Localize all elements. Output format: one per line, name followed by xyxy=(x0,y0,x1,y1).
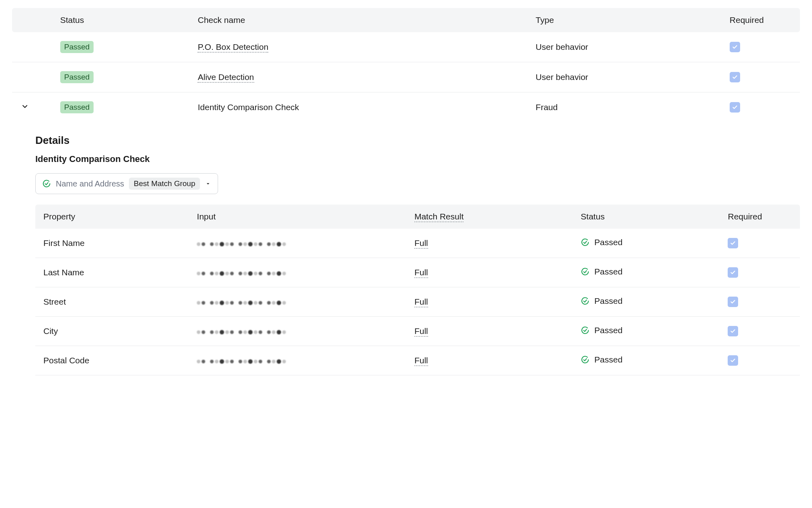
caret-down-icon xyxy=(205,180,211,187)
property-cell: First Name xyxy=(35,229,189,258)
table-row: Last NameFullPassed xyxy=(35,258,800,287)
input-cell-redacted xyxy=(189,346,406,375)
details-table: Property Input Match Result Status Requi… xyxy=(35,205,800,375)
status-text: Passed xyxy=(594,326,622,335)
input-cell-redacted xyxy=(189,287,406,317)
header-required: Required xyxy=(722,8,800,32)
input-cell-redacted xyxy=(189,258,406,287)
status-text: Passed xyxy=(594,355,622,365)
table-row[interactable]: Passed Alive Detection User behavior xyxy=(12,62,800,92)
status-badge: Passed xyxy=(60,101,94,113)
header-input: Input xyxy=(189,205,406,229)
details-table-header: Property Input Match Result Status Requi… xyxy=(35,205,800,229)
check-circle-icon xyxy=(581,297,590,305)
match-result-cell: Full xyxy=(406,287,573,317)
match-result-cell: Full xyxy=(406,346,573,375)
check-type: Fraud xyxy=(528,92,722,123)
required-cell xyxy=(720,287,800,317)
required-cell xyxy=(720,346,800,375)
status-cell: Passed xyxy=(573,317,720,346)
header-detail-required: Required xyxy=(720,205,800,229)
redacted-value xyxy=(197,328,286,336)
details-panel: Details Identity Comparison Check Name a… xyxy=(12,122,800,375)
check-circle-icon xyxy=(581,326,590,335)
check-icon xyxy=(732,74,738,80)
match-result-cell: Full xyxy=(406,258,573,287)
required-checkbox[interactable] xyxy=(730,72,740,82)
required-checkbox[interactable] xyxy=(728,297,738,307)
check-icon xyxy=(730,358,736,363)
required-checkbox[interactable] xyxy=(730,102,740,113)
status-text: Passed xyxy=(594,238,622,247)
check-circle-icon xyxy=(42,179,51,188)
redacted-value xyxy=(197,299,286,307)
status-text: Passed xyxy=(594,296,622,306)
check-icon xyxy=(730,240,736,246)
match-result-cell: Full xyxy=(406,317,573,346)
redacted-value xyxy=(197,357,286,365)
check-type: User behavior xyxy=(528,32,722,62)
required-checkbox[interactable] xyxy=(730,42,740,52)
table-row[interactable]: Passed P.O. Box Detection User behavior xyxy=(12,32,800,62)
check-name-link[interactable]: P.O. Box Detection xyxy=(198,42,268,53)
chevron-down-icon[interactable] xyxy=(20,102,30,111)
check-circle-icon xyxy=(581,355,590,364)
status-badge: Passed xyxy=(60,41,94,53)
property-cell: Street xyxy=(35,287,189,317)
check-icon xyxy=(732,104,738,110)
check-icon xyxy=(730,270,736,275)
check-icon xyxy=(730,328,736,334)
redacted-value xyxy=(197,269,286,277)
header-type: Type xyxy=(528,8,722,32)
table-row[interactable]: Passed Identity Comparison Check Fraud xyxy=(12,92,800,123)
check-circle-icon xyxy=(581,267,590,276)
input-cell-redacted xyxy=(189,229,406,258)
required-cell xyxy=(720,258,800,287)
required-checkbox[interactable] xyxy=(728,267,738,278)
match-result-cell: Full xyxy=(406,229,573,258)
header-match-result: Match Result xyxy=(406,205,573,229)
table-row: CityFullPassed xyxy=(35,317,800,346)
property-cell: Last Name xyxy=(35,258,189,287)
required-checkbox[interactable] xyxy=(728,326,738,336)
header-status: Status xyxy=(52,8,190,32)
status-cell: Passed xyxy=(573,287,720,317)
property-cell: City xyxy=(35,317,189,346)
required-checkbox[interactable] xyxy=(728,238,738,248)
details-subtitle: Identity Comparison Check xyxy=(35,154,800,164)
check-icon xyxy=(732,44,738,50)
status-cell: Passed xyxy=(573,346,720,375)
check-name-link[interactable]: Alive Detection xyxy=(198,72,254,83)
redacted-value xyxy=(197,240,286,248)
header-property: Property xyxy=(35,205,189,229)
status-cell: Passed xyxy=(573,229,720,258)
details-title: Details xyxy=(35,134,800,147)
header-detail-status: Status xyxy=(573,205,720,229)
table-row: First NameFullPassed xyxy=(35,229,800,258)
status-text: Passed xyxy=(594,267,622,277)
checks-table: Status Check name Type Required Passed P… xyxy=(12,8,800,122)
required-cell xyxy=(720,229,800,258)
property-cell: Postal Code xyxy=(35,346,189,375)
check-name-link[interactable]: Identity Comparison Check xyxy=(198,102,299,112)
input-cell-redacted xyxy=(189,317,406,346)
table-row: Postal CodeFullPassed xyxy=(35,346,800,375)
required-cell xyxy=(720,317,800,346)
check-circle-icon xyxy=(581,238,590,247)
check-icon xyxy=(730,299,736,305)
group-pill: Best Match Group xyxy=(129,178,200,190)
group-selector-label: Name and Address xyxy=(56,179,124,188)
required-checkbox[interactable] xyxy=(728,355,738,366)
check-type: User behavior xyxy=(528,62,722,92)
group-selector[interactable]: Name and Address Best Match Group xyxy=(35,173,218,194)
status-badge: Passed xyxy=(60,71,94,83)
checks-table-header: Status Check name Type Required xyxy=(12,8,800,32)
table-row: StreetFullPassed xyxy=(35,287,800,317)
status-cell: Passed xyxy=(573,258,720,287)
header-check-name: Check name xyxy=(190,8,527,32)
